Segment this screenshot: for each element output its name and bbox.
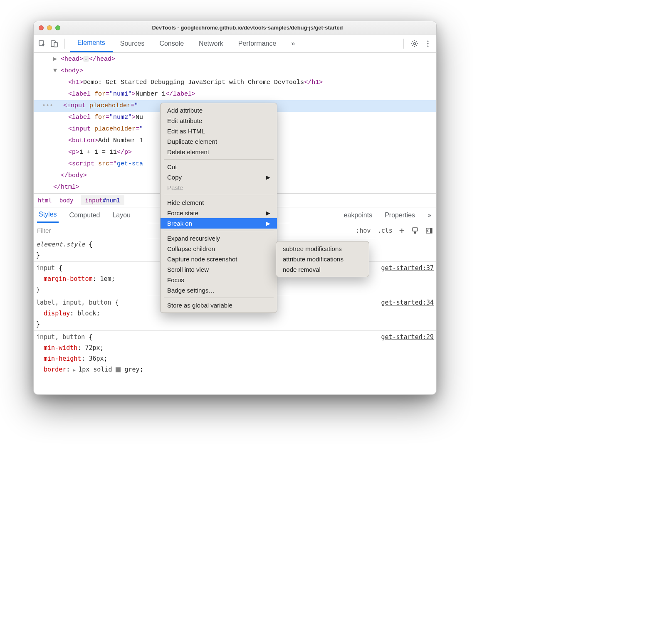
context-menu-item[interactable]: Add attribute [161,105,277,116]
chevron-right-icon: ▶ [266,210,270,216]
dom-node-h1[interactable]: <h1>Demo: Get Started Debugging JavaScri… [34,77,436,89]
context-menu-item[interactable]: Expand recursively [161,233,277,244]
submenu-item[interactable]: attribute modifications [276,254,369,264]
new-rule-icon[interactable]: + [399,225,405,236]
context-menu-label: Duplicate element [167,138,217,145]
chevron-right-icon: ▶ [266,174,270,180]
context-menu-item[interactable]: Hide element [161,197,277,208]
styles-tab-computed[interactable]: Computed [68,207,102,223]
kebab-icon[interactable] [423,39,433,49]
context-menu-label: Delete element [167,148,209,155]
crumb-body[interactable]: body [59,197,74,204]
context-menu-label: Expand recursively [167,235,220,242]
styles-tab-layout[interactable]: Layou [111,207,132,223]
selection-handle-icon[interactable]: ••• [42,102,53,109]
rule-source-link[interactable]: get-started:34 [381,297,434,308]
context-menu-item: Paste [161,182,277,193]
context-menu-label: Copy [167,174,182,181]
context-menu-label: Focus [167,276,184,283]
crumb-html[interactable]: html [38,197,52,204]
context-menu-item[interactable]: Edit attribute [161,116,277,126]
context-submenu: subtree modificationsattribute modificat… [276,241,369,277]
svg-point-6 [427,45,428,47]
styles-tabs-more[interactable]: » [426,207,433,223]
more-tabs[interactable]: » [284,34,302,52]
rule-source-link[interactable]: get-started:29 [381,332,434,342]
titlebar: DevTools - googlechrome.github.io/devtoo… [34,21,436,34]
context-menu-label: Edit attribute [167,117,202,124]
main-toolbar: Elements Sources Console Network Perform… [34,34,436,53]
context-menu-label: Store as global variable [167,302,232,309]
traffic-lights [39,25,60,30]
context-menu-label: Hide element [167,199,204,206]
dom-node-label1[interactable]: <label for="num1">Number 1</label> [34,89,436,100]
context-menu-item[interactable]: Edit as HTML [161,126,277,136]
context-menu-separator [164,195,274,195]
hov-toggle[interactable]: :hov [356,227,371,234]
context-menu-item[interactable]: Break on▶ [161,218,277,229]
svg-point-4 [427,40,428,42]
cls-toggle[interactable]: .cls [378,227,393,234]
context-menu-item[interactable]: Cut [161,162,277,172]
context-menu-item[interactable]: Duplicate element [161,136,277,147]
context-menu: Add attributeEdit attributeEdit as HTMLD… [160,103,277,313]
context-menu-label: Add attribute [167,107,203,114]
context-menu-separator [164,231,274,231]
context-menu-label: Force state [167,209,198,217]
tab-sources[interactable]: Sources [113,34,152,52]
toolbar-divider [64,39,65,49]
context-menu-label: Scroll into view [167,266,209,273]
dom-node-body-open[interactable]: ▼ <body> [34,65,436,77]
svg-point-3 [414,42,416,44]
styles-tab-styles[interactable]: Styles [37,207,59,223]
svg-rect-10 [430,228,432,233]
styles-tab-breakpoints[interactable]: eakpoints [342,207,374,223]
rule-input-button[interactable]: get-started:29 input, button { min-width… [34,331,436,377]
styles-filter-input[interactable] [37,227,87,234]
tab-performance[interactable]: Performance [231,34,284,52]
window-title: DevTools - googlechrome.github.io/devtoo… [64,25,431,31]
context-menu-item[interactable]: Scroll into view [161,264,277,275]
context-menu-item[interactable]: Focus [161,275,277,285]
context-menu-separator [164,298,274,298]
gear-icon[interactable] [410,39,420,49]
rule-source-link[interactable]: get-started:37 [381,263,434,273]
context-menu-item[interactable]: Delete element [161,147,277,157]
styles-tab-properties[interactable]: Properties [383,207,417,223]
ellipsis-icon[interactable]: … [83,56,89,62]
context-menu-label: Edit as HTML [167,128,205,135]
maximize-icon[interactable] [55,25,60,30]
svg-rect-8 [414,232,416,234]
context-menu-item[interactable]: Copy▶ [161,172,277,182]
svg-point-5 [427,43,428,44]
close-icon[interactable] [39,25,44,30]
crumb-active[interactable]: input#num1 [81,195,124,205]
paint-icon[interactable] [411,227,419,234]
chevron-right-icon: ▶ [266,220,270,226]
context-menu-item[interactable]: Store as global variable [161,300,277,310]
context-menu-label: Collapse children [167,245,215,252]
context-menu-item[interactable]: Collapse children [161,244,277,254]
tab-console[interactable]: Console [152,34,191,52]
dom-node-head[interactable]: ▶ <head>…</head> [34,54,436,65]
inspect-icon[interactable] [37,39,47,49]
toolbar-divider-right [403,39,404,49]
context-menu-label: Cut [167,163,177,170]
device-toggle-icon[interactable] [49,39,59,49]
context-menu-item[interactable]: Force state▶ [161,208,277,218]
submenu-item[interactable]: subtree modifications [276,244,369,254]
minimize-icon[interactable] [47,25,52,30]
tab-elements[interactable]: Elements [70,34,113,52]
sidebar-toggle-icon[interactable] [425,227,433,234]
context-menu-label: Badge settings… [167,287,215,294]
context-menu-item[interactable]: Badge settings… [161,285,277,295]
context-menu-separator [164,159,274,160]
context-menu-label: Capture node screenshot [167,256,237,263]
color-swatch-icon[interactable] [116,367,121,372]
context-menu-label: Paste [167,184,183,191]
tab-network[interactable]: Network [191,34,231,52]
submenu-item[interactable]: node removal [276,264,369,275]
svg-rect-7 [413,228,418,231]
main-tabs: Elements Sources Console Network Perform… [70,34,302,52]
context-menu-item[interactable]: Capture node screenshot [161,254,277,264]
